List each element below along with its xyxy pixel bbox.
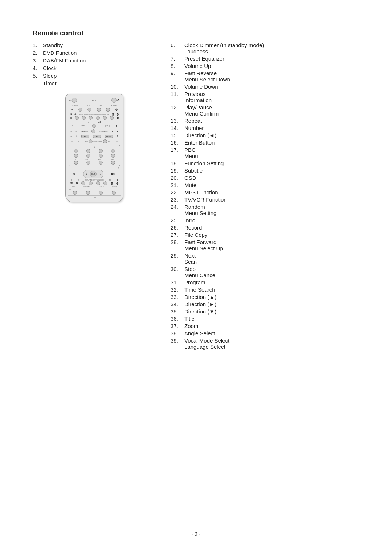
list-item: 1.Standby bbox=[33, 42, 156, 48]
num1[interactable] bbox=[74, 149, 78, 153]
list-item: 3.DAB/FM Function bbox=[33, 57, 156, 64]
random-btn[interactable] bbox=[96, 116, 100, 120]
list-item-30: 30. StopMenu Cancel bbox=[171, 266, 359, 278]
right-list: 6. Clock Dimmer (In standby mode)Loudnes… bbox=[171, 42, 359, 350]
tvvcr-btn[interactable] bbox=[106, 108, 110, 112]
num4[interactable] bbox=[111, 149, 115, 153]
list-item-13: 13. Repeat bbox=[171, 118, 359, 124]
audio-btn[interactable] bbox=[112, 191, 116, 195]
right-column: 6. Clock Dimmer (In standby mode)Loudnes… bbox=[156, 42, 359, 351]
dvd-btn[interactable] bbox=[87, 108, 91, 112]
title-btn[interactable] bbox=[96, 181, 100, 185]
mp3-btn[interactable] bbox=[97, 108, 101, 112]
list-item-27: 27. File Copy bbox=[171, 232, 359, 238]
vol-down-btn[interactable] bbox=[92, 124, 96, 128]
rec-btn[interactable] bbox=[103, 116, 107, 120]
list-item-36: 36. Title bbox=[171, 316, 359, 322]
corner-tr bbox=[374, 11, 381, 18]
list-item-33: 33. Direction (▲) bbox=[171, 294, 359, 300]
list-item-19: 19. Subtitle bbox=[171, 167, 359, 174]
list-item-34: 34. Direction (►) bbox=[171, 301, 359, 307]
num7[interactable] bbox=[99, 154, 103, 158]
osd-btn[interactable] bbox=[73, 191, 77, 195]
list-item-24: 24. RandomMenu Setting bbox=[171, 204, 359, 216]
list-item-29: 29. NextScan bbox=[171, 252, 359, 265]
list-item-11: 11. PreviousInformation bbox=[171, 91, 359, 103]
list-item-35: 35. Direction (▼) bbox=[171, 308, 359, 315]
list-item-22: 22. MP3 Function bbox=[171, 189, 359, 195]
num5[interactable] bbox=[74, 154, 78, 158]
mute-btn[interactable] bbox=[111, 98, 117, 103]
enter-btn[interactable]: ENT bbox=[90, 171, 97, 177]
remote-control: ① MUTE ㉑ DAB/FMDVDMP3TV/VCR bbox=[65, 94, 123, 202]
list-item-37: 37. Zoom bbox=[171, 323, 359, 329]
source-btn[interactable] bbox=[103, 139, 107, 143]
list-item-18: 18. Function Setting bbox=[171, 160, 359, 166]
list-item-26: 26. Record bbox=[171, 224, 359, 231]
list-item-7: 7. Preset Equalizer bbox=[171, 56, 359, 62]
list-item-38: 38. Angle Select bbox=[171, 330, 359, 336]
list-item: 2.DVD Function bbox=[33, 50, 156, 56]
num-plus[interactable] bbox=[99, 161, 103, 165]
dab-fm-btn[interactable] bbox=[78, 108, 82, 112]
clock-btn[interactable] bbox=[89, 116, 93, 120]
corner-tl bbox=[11, 11, 18, 18]
left-column: 1.Standby 2.DVD Function 3.DAB/FM Functi… bbox=[33, 42, 156, 202]
subtitle-btn[interactable] bbox=[86, 191, 90, 195]
list-item-25: 25. Intro bbox=[171, 217, 359, 223]
list-item-39: 39. Vocal Mode SelectLanguage Select bbox=[171, 337, 359, 350]
list-item-28: 28. Fast ForwardMenu Select Up bbox=[171, 239, 359, 251]
corner-bl bbox=[11, 537, 18, 544]
skip-btn[interactable] bbox=[89, 139, 93, 143]
page-title: Remote control bbox=[33, 29, 359, 37]
list-item-21: 21. Mute bbox=[171, 182, 359, 188]
remote-illustration: ① MUTE ㉑ DAB/FMDVDMP3TV/VCR bbox=[33, 94, 156, 202]
vol-mid-btn[interactable] bbox=[91, 129, 95, 133]
prev-btn[interactable]: ◄◄ bbox=[93, 135, 101, 138]
list-item: 4.Clock bbox=[33, 65, 156, 71]
copy-btn[interactable] bbox=[110, 116, 114, 120]
play-btn[interactable]: ▶/■ bbox=[81, 135, 89, 138]
zoom-btn[interactable] bbox=[103, 181, 107, 185]
num6[interactable] bbox=[86, 154, 90, 158]
num8[interactable] bbox=[111, 154, 115, 158]
num0[interactable] bbox=[86, 161, 90, 165]
list-item-15: 15. Direction (◄) bbox=[171, 132, 359, 138]
list-item-12: 12. Play/PauseMenu Confirm bbox=[171, 104, 359, 117]
num9[interactable] bbox=[74, 161, 78, 165]
list-item-9: 9. Fast ReverseMenu Select Down bbox=[171, 70, 359, 82]
list-item-20: 20. OSD bbox=[171, 175, 359, 181]
standby-btn[interactable] bbox=[72, 98, 77, 103]
sleep-btn[interactable] bbox=[75, 116, 79, 120]
list-item: Timer bbox=[33, 80, 156, 86]
next-btn[interactable]: ►► REL bbox=[105, 135, 113, 138]
corner-br bbox=[374, 537, 381, 544]
list-item-16: 16. Enter Button bbox=[171, 139, 359, 146]
list-item-17: 17. PBCMenu bbox=[171, 147, 359, 159]
num3[interactable] bbox=[99, 149, 103, 153]
menu-btn[interactable] bbox=[89, 181, 93, 185]
list-item: 5.Sleep bbox=[33, 73, 156, 79]
list-item-6: 6. Clock Dimmer (In standby mode)Loudnes… bbox=[171, 42, 359, 54]
left-list: 1.Standby 2.DVD Function 3.DAB/FM Functi… bbox=[33, 42, 156, 86]
list-item-10: 10. Volume Down bbox=[171, 84, 359, 90]
list-item-8: 8. Volume Up bbox=[171, 63, 359, 69]
time-btn[interactable] bbox=[111, 161, 115, 165]
page-number: - 9 - bbox=[192, 531, 201, 537]
list-item-14: 14. Number bbox=[171, 125, 359, 131]
angle-btn[interactable] bbox=[99, 191, 103, 195]
num2[interactable] bbox=[86, 149, 90, 153]
setup-btn[interactable] bbox=[81, 181, 85, 185]
list-item-32: 32. Time Search bbox=[171, 287, 359, 293]
list-item-31: 31. Program bbox=[171, 279, 359, 285]
timer-btn[interactable] bbox=[82, 116, 86, 120]
list-item-23: 23. TV/VCR Function bbox=[171, 197, 359, 203]
